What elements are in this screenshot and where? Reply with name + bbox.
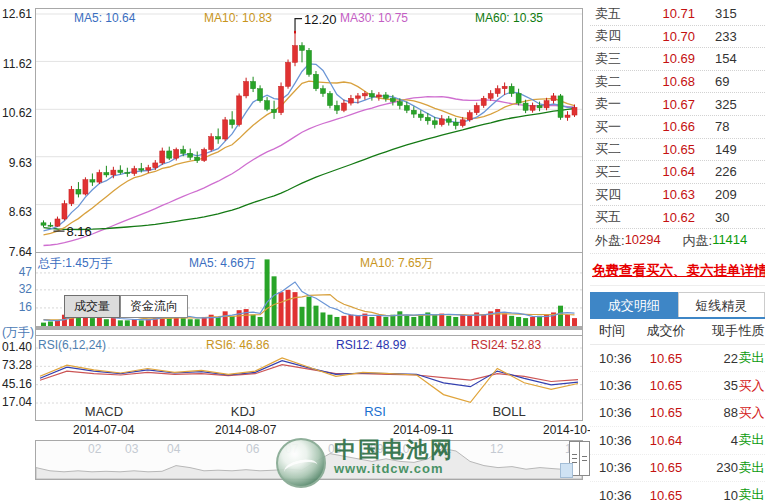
tick-volume: 4 xyxy=(694,433,738,448)
order-book-level-label: 卖三 xyxy=(590,50,635,68)
price-axis-label: 11.62 xyxy=(0,58,32,70)
tick-row: 10:3610.6522卖出 xyxy=(590,345,765,372)
order-book-level-label: 买一 xyxy=(590,118,635,136)
detail-tab-genie[interactable]: 短线精灵 xyxy=(678,292,765,317)
tick-volume: 88 xyxy=(694,405,738,420)
tick-table-header: 时间成交价现手性质 xyxy=(590,319,765,345)
navigator-month-label: 06 xyxy=(246,442,259,456)
order-book: 卖五10.71315卖四10.70233卖三10.69154卖二10.6869卖… xyxy=(590,0,765,229)
tick-side: 卖出 xyxy=(738,486,765,504)
navigator-month-label: 02 xyxy=(88,442,101,456)
tick-price: 10.65 xyxy=(638,378,694,393)
volume-axis-label: 47 xyxy=(0,266,32,278)
volume-unit-label: (万手) xyxy=(0,326,34,338)
order-book-price: 10.68 xyxy=(635,74,695,89)
order-book-row: 卖五10.71315 xyxy=(590,3,765,26)
tick-row: 10:3610.65230卖出 xyxy=(590,455,765,482)
tick-price: 10.65 xyxy=(638,488,694,503)
tick-side: 卖出 xyxy=(738,431,765,449)
tick-row: 10:3610.644卖出 xyxy=(590,427,765,454)
indicator-tab-rsi[interactable]: RSI xyxy=(343,404,407,419)
order-book-price: 10.63 xyxy=(635,187,695,202)
tick-time: 10:36 xyxy=(590,488,638,503)
outer-volume-label: 外盘: xyxy=(590,232,625,250)
tick-side: 卖出 xyxy=(738,349,765,367)
navigator-pane[interactable]: 0203040607080910111214 xyxy=(35,440,583,480)
order-book-price: 10.64 xyxy=(635,164,695,179)
stock-chart-window: 12.208.16 MA5: 10.64MA10: 10.83MA30: 10.… xyxy=(0,0,765,504)
volume-source-tabs: 成交量资金流向 xyxy=(64,295,188,318)
tick-volume: 10 xyxy=(694,488,738,503)
navigator-month-label: 07 xyxy=(285,442,298,456)
tick-row: 10:3610.6510卖出 xyxy=(590,482,765,504)
navigator-month-label: 08 xyxy=(328,442,341,456)
rsi-legend-label: RSI(6,12,24) xyxy=(38,338,106,352)
ma-legend-label: MA5: 10.64 xyxy=(74,11,135,25)
rsi-axis-label: 45.16 xyxy=(0,378,32,390)
promo-link[interactable]: 免费查看买六、卖六挂单详情！ xyxy=(590,259,765,286)
order-book-row: 买四10.63209 xyxy=(590,184,765,207)
quote-panel: 卖五10.71315卖四10.70233卖三10.69154卖二10.6869卖… xyxy=(590,0,765,504)
indicator-tab-macd[interactable]: MACD xyxy=(72,404,136,419)
candlestick-chart: 12.208.16 xyxy=(36,9,582,252)
svg-text:8.16: 8.16 xyxy=(66,224,91,239)
inner-volume-value: 11414 xyxy=(712,232,747,250)
ma-legend-label: MA10: 10.83 xyxy=(204,11,272,25)
navigator-month-label: 10 xyxy=(396,442,409,456)
tick-volume: 22 xyxy=(694,351,738,366)
order-book-row: 买三10.64226 xyxy=(590,161,765,184)
order-book-volume: 78 xyxy=(695,119,765,134)
order-book-level-label: 买四 xyxy=(590,186,635,204)
navigator-month-label: 09 xyxy=(370,442,383,456)
navigator-month-label: 12 xyxy=(490,442,503,456)
order-book-level-label: 买三 xyxy=(590,163,635,181)
order-book-price: 10.67 xyxy=(635,97,695,112)
price-axis-label: 12.61 xyxy=(0,8,32,20)
volume-legend-label: 总手:1.45万手 xyxy=(38,255,113,272)
order-book-level-label: 卖五 xyxy=(590,5,635,23)
volume-legend-label: MA5: 4.66万 xyxy=(189,255,256,272)
tick-time: 10:36 xyxy=(590,351,638,366)
rsi-legend-label: RSI12: 48.99 xyxy=(336,338,406,352)
order-book-volume: 315 xyxy=(695,6,765,21)
volume-tab-volume[interactable]: 成交量 xyxy=(64,295,120,318)
order-book-price: 10.69 xyxy=(635,51,695,66)
order-book-row: 卖四10.70233 xyxy=(590,26,765,49)
rsi-axis-label: 01.40 xyxy=(0,341,32,353)
price-axis-label: 10.62 xyxy=(0,107,32,119)
order-book-row: 买一10.6678 xyxy=(590,116,765,139)
tick-table: 10:3610.6522卖出10:3610.6535买入10:3610.6588… xyxy=(590,345,765,504)
navigator-range-end[interactable] xyxy=(560,463,573,478)
tick-price: 10.65 xyxy=(638,405,694,420)
order-book-row: 买二10.65149 xyxy=(590,139,765,162)
order-book-volume: 69 xyxy=(695,74,765,89)
order-book-volume: 154 xyxy=(695,51,765,66)
indicator-tab-boll[interactable]: BOLL xyxy=(477,404,541,419)
order-book-price: 10.71 xyxy=(635,6,695,21)
tick-side: 买入 xyxy=(738,377,765,395)
tick-time: 10:36 xyxy=(590,378,638,393)
order-book-row: 卖一10.67325 xyxy=(590,93,765,116)
tick-price: 10.65 xyxy=(638,351,694,366)
order-book-price: 10.65 xyxy=(635,142,695,157)
order-book-level-label: 卖二 xyxy=(590,73,635,91)
volume-axis-label: 16 xyxy=(0,301,32,313)
tick-time: 10:36 xyxy=(590,405,638,420)
navigator-month-label: 04 xyxy=(167,442,180,456)
tick-volume: 230 xyxy=(694,460,738,475)
price-axis-label: 8.63 xyxy=(0,206,32,218)
indicator-tab-kdj[interactable]: KDJ xyxy=(211,404,275,419)
order-book-volume: 325 xyxy=(695,97,765,112)
tick-time: 10:36 xyxy=(590,460,638,475)
navigator-month-label: 11 xyxy=(439,442,451,456)
detail-tab-tick[interactable]: 成交明细 xyxy=(590,292,678,317)
order-book-price: 10.62 xyxy=(635,210,695,225)
order-book-level-label: 买二 xyxy=(590,140,635,158)
order-book-volume: 233 xyxy=(695,29,765,44)
volume-tab-moneyflow[interactable]: 资金流向 xyxy=(120,295,188,318)
volume-axis-label: 32 xyxy=(0,283,32,295)
svg-text:12.20: 12.20 xyxy=(304,12,337,27)
outer-inner-volume-row: 外盘: 10294 内盘: 11414 xyxy=(590,229,765,254)
order-book-row: 买五10.6230 xyxy=(590,206,765,229)
tick-header-col: 成交价 xyxy=(638,322,694,340)
